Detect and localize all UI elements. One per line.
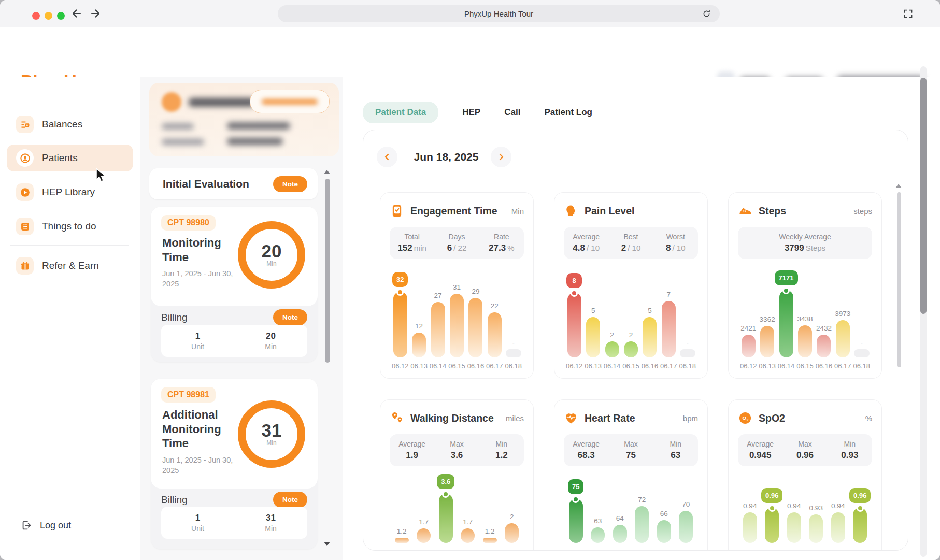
card-scroll-up-icon[interactable] [895,184,902,188]
window-close-button[interactable] [32,12,40,20]
sidebar-item-label: Refer & Earn [42,260,99,271]
chart-bar[interactable] [586,317,600,357]
chart-bar[interactable] [439,494,453,543]
chart-bar[interactable] [853,508,867,543]
logout-button[interactable]: Log out [21,520,71,531]
chart-bar[interactable] [505,523,519,543]
chart-bar[interactable] [624,341,638,357]
stat-total: Total 152min [390,233,434,253]
chart-column: 7 06.17 [659,291,678,370]
chart-bar[interactable] [657,520,671,543]
metric-unit: miles [506,414,524,423]
bar-value-label: 0.93 [809,504,823,512]
pain-level-icon [564,204,578,218]
note-button[interactable]: Note [273,176,307,192]
sidebar-item-things-to-do[interactable]: Things to do [7,213,133,240]
date-next-button[interactable] [491,147,511,167]
stat-value: 68.3 [578,450,595,460]
bar-date-label: 06.14 [778,362,795,370]
window-zoom-button[interactable] [57,12,65,20]
bar-date-label: 06.13 [410,362,428,370]
chart-bar[interactable] [461,528,475,543]
stat-average: Average 0.945 [738,440,782,461]
note-button[interactable]: Note [273,492,307,508]
sidebar-item-hep-library[interactable]: HEP Library [7,179,133,206]
stat-value: 0.96 [796,450,814,460]
chart-bar[interactable] [412,333,426,357]
bar-value-label: 3362 [760,315,775,323]
page-scrollbar[interactable] [920,78,927,314]
note-button[interactable]: Note [273,309,307,325]
chevron-right-icon [497,153,505,161]
spo2-icon: O2 [738,411,752,425]
chart-bar[interactable] [395,538,409,543]
chart-bar[interactable] [567,293,581,357]
stat-label: Max [434,440,479,448]
panel-scrollbar[interactable] [325,179,330,363]
patient-panel: Initial Evaluation Note CPT 98980 Monito… [140,77,343,560]
chart-bar[interactable] [680,349,695,357]
tab-call[interactable]: Call [504,107,520,118]
chart-bar[interactable] [635,506,649,543]
stat-label: Min [828,440,872,448]
back-icon[interactable] [70,7,83,20]
chart-bar[interactable] [450,294,464,357]
refresh-icon[interactable] [702,9,711,19]
chart-bar[interactable] [506,349,521,357]
chart-column: 0.94 06.12 [739,502,761,551]
stat-average: Average 68.3 [564,440,608,461]
stat-min: Min 1.2 [479,440,524,461]
chart-bar[interactable] [742,335,756,357]
panel-scroll-up-icon[interactable] [324,170,330,174]
chart-bar[interactable] [817,335,831,357]
chart-bar[interactable] [483,538,497,543]
initial-evaluation-title: Initial Evaluation [163,178,249,190]
chart-bar[interactable] [831,512,845,543]
chart-bar[interactable] [809,514,823,543]
chart-bar[interactable] [679,511,693,543]
chart-bar[interactable] [488,312,502,357]
metric-chart: 75 06.12 63 06.13 64 06.14 72 06.15 66 0… [564,473,698,551]
chart-bar[interactable] [613,525,627,543]
chart-bar[interactable] [468,298,482,357]
chart-bar[interactable] [393,292,407,357]
bar-value-label: 22 [491,302,499,310]
sidebar-item-patients[interactable]: Patients [7,145,133,171]
chart-bar[interactable] [765,508,779,543]
chart-bar[interactable] [798,325,812,357]
blurred-action-button[interactable] [250,90,330,113]
stat-label: Min [479,440,524,448]
chart-bar[interactable] [417,528,431,543]
date-prev-button[interactable] [377,147,397,167]
window-minimize-button[interactable] [45,12,52,20]
bar-date-label: 06.18 [679,362,696,370]
chart-bar[interactable] [743,512,757,543]
bar-value-badge: 8 [566,273,582,288]
tab-patient-log[interactable]: Patient Log [544,107,592,118]
address-bar[interactable]: PhyxUp Health Tour [278,5,720,22]
forward-icon[interactable] [89,7,102,20]
chart-bar[interactable] [779,290,793,357]
chart-bar[interactable] [836,320,850,357]
chart-bar[interactable] [662,301,676,357]
chart-bar[interactable] [569,499,583,543]
fullscreen-icon[interactable] [903,8,914,19]
sidebar-item-balances[interactable]: Balances [7,111,133,138]
metric-chart: 1.2 06.12 1.7 06.13 3.6 06.14 1.7 06.15 … [390,473,524,551]
card-scrollbar[interactable] [897,192,901,367]
tab-hep[interactable]: HEP [462,107,480,118]
stat-value: 1.9 [406,450,418,460]
ring-unit: Min [266,439,276,447]
chart-bar[interactable] [605,341,619,357]
chart-bar[interactable] [591,527,605,543]
chart-column: 27 06.14 [429,292,447,370]
tab-patient-data[interactable]: Patient Data [363,102,438,123]
chart-bar[interactable] [854,349,870,357]
bar-value-label: 12 [415,322,423,330]
sidebar-item-refer-earn[interactable]: Refer & Earn [7,252,133,279]
chart-bar[interactable] [431,302,445,357]
chart-bar[interactable] [760,326,774,357]
chart-bar[interactable] [643,317,657,357]
chart-bar[interactable] [787,512,801,543]
panel-scroll-down-icon[interactable] [324,542,330,546]
